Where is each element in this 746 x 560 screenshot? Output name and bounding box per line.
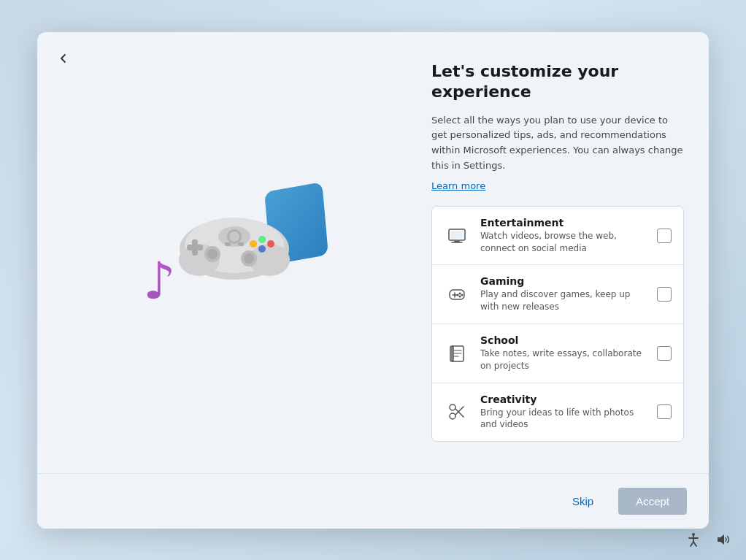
page-title: Let's customize your experience	[431, 61, 684, 103]
svg-rect-17	[225, 242, 231, 246]
learn-more-link[interactable]: Learn more	[431, 180, 485, 191]
svg-point-16	[244, 253, 254, 264]
svg-point-27	[461, 294, 464, 296]
svg-point-12	[229, 231, 239, 242]
svg-rect-6	[187, 245, 203, 250]
taskbar-icons	[685, 531, 731, 548]
accept-button[interactable]: Accept	[618, 488, 687, 515]
illustration: ♪	[136, 180, 326, 326]
option-gaming: Gaming Play and discover games, keep up …	[432, 265, 683, 324]
gaming-desc: Play and discover games, keep up with ne…	[480, 288, 647, 313]
svg-marker-44	[718, 534, 724, 545]
music-note-icon: ♪	[143, 251, 176, 311]
svg-rect-22	[450, 231, 464, 239]
gaming-text: Gaming Play and discover games, keep up …	[480, 275, 647, 313]
tv-icon	[444, 223, 470, 249]
options-list: Entertainment Watch videos, browse the w…	[431, 206, 684, 442]
sound-icon[interactable]	[714, 531, 731, 548]
main-window: ♪	[37, 32, 709, 529]
controller-icon	[176, 202, 293, 282]
gaming-title: Gaming	[480, 275, 647, 287]
svg-line-42	[691, 542, 693, 546]
school-title: School	[480, 334, 647, 346]
entertainment-text: Entertainment Watch videos, browse the w…	[480, 217, 647, 255]
svg-point-26	[459, 293, 461, 295]
svg-point-9	[258, 245, 266, 253]
scissors-icon	[444, 399, 470, 425]
creativity-checkbox[interactable]	[657, 404, 672, 419]
svg-point-28	[459, 296, 461, 298]
content-area: ♪	[37, 32, 709, 473]
gamepad-icon	[444, 281, 470, 307]
left-panel: ♪	[37, 32, 424, 473]
entertainment-title: Entertainment	[480, 217, 647, 229]
svg-line-37	[455, 407, 464, 415]
notebook-icon	[444, 340, 470, 367]
creativity-text: Creativity Bring your ideas to life with…	[480, 394, 647, 431]
back-button[interactable]	[52, 47, 75, 70]
scrollable-content[interactable]: Let's customize your experience Select a…	[424, 61, 709, 473]
creativity-desc: Bring your ideas to life with photos and…	[480, 407, 647, 431]
option-school: School Take notes, write essays, collabo…	[432, 324, 683, 383]
svg-point-10	[250, 240, 257, 248]
school-checkbox[interactable]	[657, 346, 672, 361]
option-entertainment: Entertainment Watch videos, browse the w…	[432, 207, 683, 266]
svg-rect-18	[238, 242, 244, 246]
creativity-title: Creativity	[480, 394, 647, 405]
accessibility-icon[interactable]	[685, 531, 702, 548]
svg-line-43	[693, 542, 696, 546]
option-creativity: Creativity Bring your ideas to life with…	[432, 383, 683, 442]
gaming-checkbox[interactable]	[657, 287, 672, 302]
svg-point-29	[457, 294, 459, 296]
svg-line-38	[455, 409, 464, 418]
svg-point-35	[450, 413, 455, 419]
school-desc: Take notes, write essays, collaborate on…	[480, 348, 647, 372]
svg-point-7	[258, 236, 266, 243]
svg-point-36	[450, 404, 455, 410]
entertainment-checkbox[interactable]	[657, 229, 672, 243]
entertainment-desc: Watch videos, browse the web, connect on…	[480, 230, 647, 255]
right-panel: Let's customize your experience Select a…	[424, 32, 709, 473]
skip-button[interactable]: Skip	[559, 488, 607, 515]
school-text: School Take notes, write essays, collabo…	[480, 334, 647, 372]
svg-point-8	[267, 240, 274, 248]
description-text: Select all the ways you plan to use your…	[431, 113, 684, 174]
bottom-bar: Skip Accept	[37, 473, 709, 529]
svg-point-14	[207, 249, 218, 259]
